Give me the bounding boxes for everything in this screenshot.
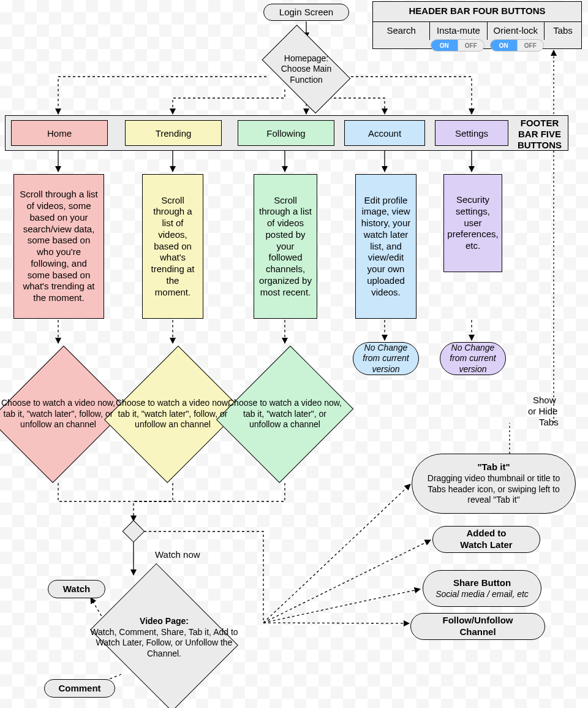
node-login: Login Screen <box>263 4 349 21</box>
hdr-tabs[interactable]: Tabs <box>545 21 581 40</box>
desc-home: Scroll through a list of videos, some ba… <box>13 174 104 319</box>
header-title: HEADER BAR FOUR BUTTONS <box>373 6 581 17</box>
converge <box>123 521 144 542</box>
choose-following: Choose to watch a video now, tab it, "wa… <box>224 342 346 486</box>
desc-account: Edit profile image, view history, your w… <box>355 174 417 319</box>
svg-text:Showor HideTabs: Showor HideTabs <box>528 395 559 427</box>
nochange-account: No Change from current version <box>353 342 419 375</box>
tab-following[interactable]: Following <box>238 120 334 146</box>
node-homepage: Homepage: Choose Main Function <box>254 36 358 103</box>
tab-settings[interactable]: Settings <box>435 120 508 146</box>
action-added[interactable]: Added to Watch Later <box>432 526 540 553</box>
choose-trending: Choose to watch a video now, tab it, "wa… <box>111 342 234 486</box>
footer-label: FOOTERBAR FIVEBUTTONS <box>513 118 566 151</box>
action-comment[interactable]: Comment <box>44 679 115 698</box>
hdr-instamute[interactable]: Insta-mute <box>430 21 487 40</box>
action-tabit[interactable]: "Tab it" Dragging video thumbnail or tit… <box>412 454 576 514</box>
toggle-instamute[interactable]: ONOFF <box>431 39 484 51</box>
tab-home[interactable]: Home <box>11 120 108 146</box>
tab-account[interactable]: Account <box>344 120 425 146</box>
choose-home: Choose to watch a video now, tab it, "wa… <box>0 342 119 486</box>
hdr-orientlock[interactable]: Orient-lock <box>488 21 545 40</box>
desc-trending: Scroll through a list of videos, based o… <box>142 174 203 319</box>
desc-settings: Security settings, user preferences, etc… <box>443 174 502 272</box>
nochange-settings: No Change from current version <box>440 342 506 375</box>
svg-text:Watch now: Watch now <box>155 549 200 560</box>
action-follow[interactable]: Follow/Unfollow Channel <box>410 613 545 640</box>
action-watch[interactable]: Watch <box>48 580 105 598</box>
toggle-orientlock[interactable]: ONOFF <box>490 39 544 51</box>
action-share[interactable]: Share Button Social media / email, etc <box>423 570 541 607</box>
desc-following: Scroll through a list of videos posted b… <box>254 174 317 319</box>
hdr-search[interactable]: Search <box>373 21 430 40</box>
tab-trending[interactable]: Trending <box>125 120 222 146</box>
